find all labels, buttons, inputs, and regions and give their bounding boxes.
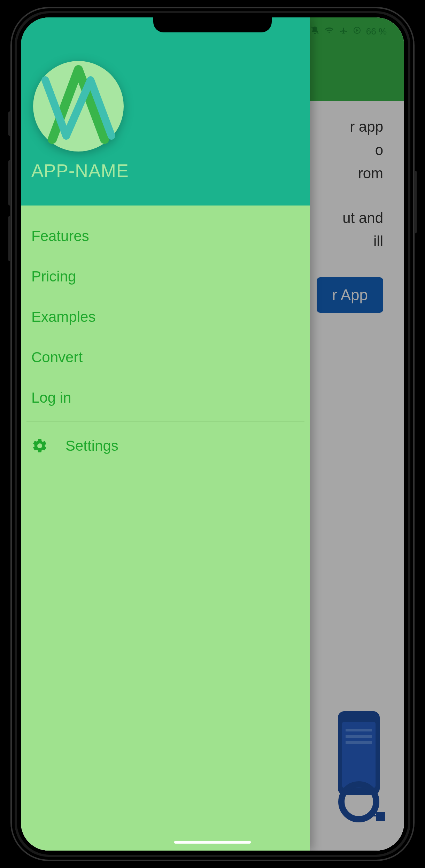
home-indicator[interactable] — [174, 841, 251, 844]
settings-label: Settings — [65, 437, 118, 454]
volume-down-button — [8, 216, 11, 261]
power-button — [414, 171, 417, 233]
phone-frame: 15:40 66 % — [10, 7, 415, 861]
drawer-divider — [26, 421, 304, 422]
drawer-header: APP-NAME — [21, 17, 310, 206]
drawer-item-features[interactable]: Features — [21, 216, 310, 256]
notch — [153, 13, 272, 32]
drawer-item-settings[interactable]: Settings — [21, 426, 310, 466]
side-button — [8, 111, 11, 136]
navigation-drawer: APP-NAME Features Pricing Examples Conve… — [21, 17, 310, 851]
drawer-item-convert[interactable]: Convert — [21, 337, 310, 378]
screen: 15:40 66 % — [21, 17, 404, 851]
app-logo-icon — [31, 59, 125, 153]
app-name-label: APP-NAME — [31, 160, 300, 181]
phone-bezel: 15:40 66 % — [17, 13, 408, 855]
drawer-body: Features Pricing Examples Convert Log in… — [21, 206, 310, 851]
drawer-item-login[interactable]: Log in — [21, 378, 310, 418]
gear-icon — [31, 437, 48, 454]
volume-up-button — [8, 160, 11, 206]
drawer-item-pricing[interactable]: Pricing — [21, 256, 310, 297]
drawer-item-examples[interactable]: Examples — [21, 297, 310, 337]
